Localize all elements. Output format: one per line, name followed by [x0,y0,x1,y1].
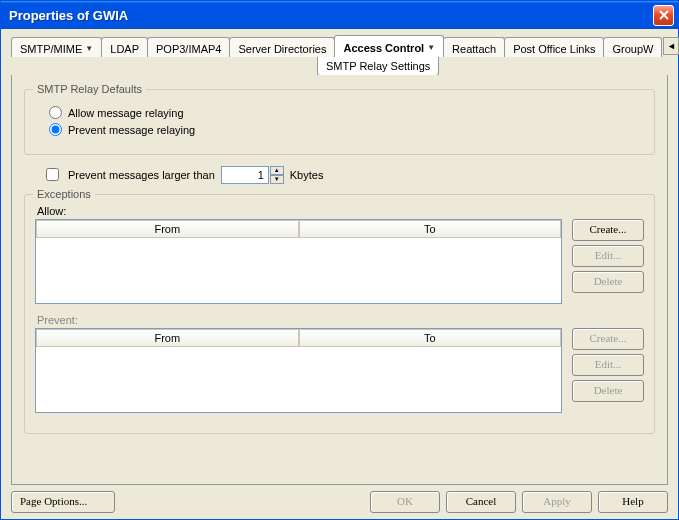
spinner-buttons: ▲ ▼ [270,166,284,184]
chevron-down-icon: ▼ [85,44,93,53]
size-input[interactable] [221,166,269,184]
tab-label: POP3/IMAP4 [156,43,221,55]
prevent-create-button: Create... [572,328,644,350]
tab-label: Reattach [452,43,496,55]
allow-edit-button: Edit... [572,245,644,267]
smtp-relay-defaults-group: SMTP Relay Defaults Allow message relayi… [24,89,655,155]
tab-scroll: ◄ ► [663,37,679,55]
content: SMTP/MIME ▼ LDAP POP3/IMAP4 Server Direc… [1,29,678,519]
tab-label: Post Office Links [513,43,595,55]
ok-button: OK [370,491,440,513]
cancel-button[interactable]: Cancel [446,491,516,513]
footer: Page Options... OK Cancel Apply Help [11,485,668,513]
group-legend: SMTP Relay Defaults [33,83,146,95]
tab-access-control[interactable]: Access Control ▼ [334,35,444,57]
panel: SMTP Relay Defaults Allow message relayi… [11,75,668,485]
allow-buttons: Create... Edit... Delete [572,219,644,293]
radio-label: Prevent message relaying [68,124,195,136]
tab-server-directories[interactable]: Server Directories [229,37,335,57]
help-button[interactable]: Help [598,491,668,513]
prevent-delete-button: Delete [572,380,644,402]
exceptions-group: Exceptions Allow: From To Create... [24,194,655,434]
radio-allow-relaying[interactable]: Allow message relaying [49,106,640,119]
size-unit: Kbytes [290,169,324,181]
window: Properties of GWIA SMTP/MIME ▼ LDAP POP3… [0,0,679,520]
prevent-label: Prevent: [37,314,644,326]
tab-smtp-mime[interactable]: SMTP/MIME ▼ [11,37,102,57]
apply-button: Apply [522,491,592,513]
col-from[interactable]: From [36,329,299,347]
allow-delete-button: Delete [572,271,644,293]
allow-create-button[interactable]: Create... [572,219,644,241]
window-title: Properties of GWIA [9,8,653,23]
allow-list-header: From To [36,220,561,238]
subtab-smtp-relay-settings[interactable]: SMTP Relay Settings [317,56,439,76]
prevent-buttons: Create... Edit... Delete [572,328,644,402]
spinner-down[interactable]: ▼ [270,175,284,184]
tab-label: Access Control [343,42,424,54]
tab-pop3-imap4[interactable]: POP3/IMAP4 [147,37,230,57]
chevron-down-icon: ▼ [427,43,435,52]
radio-allow-input[interactable] [49,106,62,119]
tab-label: LDAP [110,43,139,55]
prevent-larger-checkbox[interactable] [46,168,59,181]
size-limit-row: Prevent messages larger than ▲ ▼ Kbytes [42,165,655,184]
tab-scroll-left[interactable]: ◄ [663,37,679,55]
close-button[interactable] [653,5,674,26]
col-from[interactable]: From [36,220,299,238]
tab-label: SMTP/MIME [20,43,82,55]
tab-label: Server Directories [238,43,326,55]
checkbox-label: Prevent messages larger than [68,169,215,181]
allow-list[interactable]: From To [35,219,562,304]
tab-reattach[interactable]: Reattach [443,37,505,57]
tab-label: GroupW [612,43,653,55]
radio-label: Allow message relaying [68,107,184,119]
allow-label: Allow: [37,205,644,217]
page-options-button[interactable]: Page Options... [11,491,115,513]
tabs: SMTP/MIME ▼ LDAP POP3/IMAP4 Server Direc… [11,37,661,57]
prevent-list-body[interactable] [36,347,561,412]
spinner-up[interactable]: ▲ [270,166,284,175]
group-legend: Exceptions [33,188,95,200]
prevent-list-header: From To [36,329,561,347]
tab-ldap[interactable]: LDAP [101,37,148,57]
radio-prevent-input[interactable] [49,123,62,136]
radio-prevent-relaying[interactable]: Prevent message relaying [49,123,640,136]
titlebar: Properties of GWIA [1,1,678,29]
tab-post-office-links[interactable]: Post Office Links [504,37,604,57]
col-to[interactable]: To [299,329,562,347]
col-to[interactable]: To [299,220,562,238]
subtab-label: SMTP Relay Settings [326,60,430,72]
subtabs: SMTP Relay Settings [317,56,668,76]
close-icon [659,10,669,20]
tabs-row: SMTP/MIME ▼ LDAP POP3/IMAP4 Server Direc… [11,37,668,57]
prevent-edit-button: Edit... [572,354,644,376]
size-spinner: ▲ ▼ [221,166,284,184]
prevent-list[interactable]: From To [35,328,562,413]
tab-groupwise[interactable]: GroupW [603,37,662,57]
allow-list-body[interactable] [36,238,561,303]
prevent-section: Prevent: From To Create... Edit... [35,314,644,413]
allow-section: Allow: From To Create... Edit... [35,205,644,304]
